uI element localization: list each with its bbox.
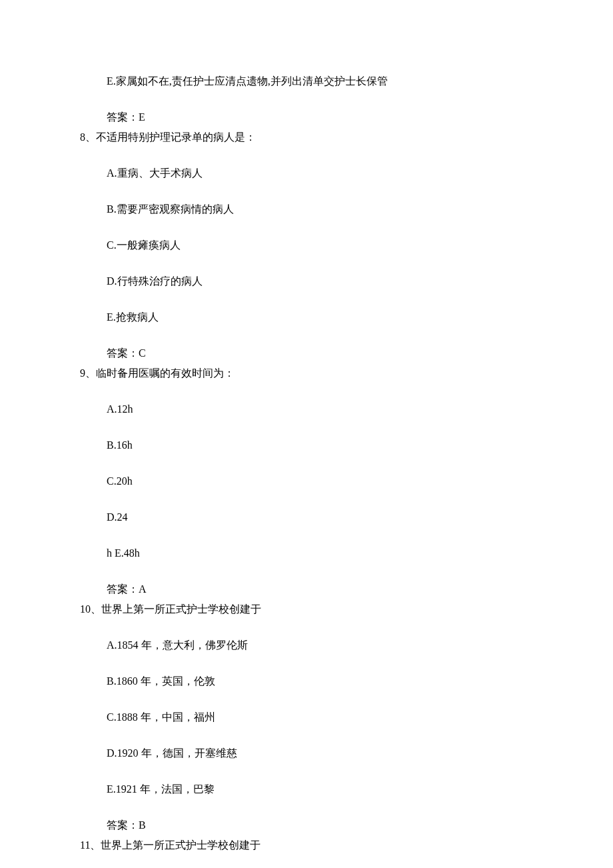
q8-option-c: C.一般瘫痪病人 — [107, 237, 533, 253]
q7-option-e: E.家属如不在,责任护士应清点遗物,并列出清单交护士长保管 — [107, 73, 533, 89]
q11-stem: 11、世界上第一所正式护士学校创建于 — [80, 837, 533, 853]
q10-stem: 10、世界上第一所正式护士学校创建于 — [80, 601, 533, 617]
q8-option-a: A.重病、大手术病人 — [107, 165, 533, 181]
q10-option-d: D.1920 年，德国，开塞维慈 — [107, 745, 533, 761]
q9-option-d: D.24 — [107, 509, 533, 525]
q9-answer: 答案：A — [107, 581, 533, 597]
q8-option-d: D.行特殊治疗的病人 — [107, 273, 533, 289]
q9-option-a: A.12h — [107, 401, 533, 417]
q9-option-e: h E.48h — [107, 545, 533, 561]
q10-answer: 答案：B — [107, 817, 533, 833]
q8-answer: 答案：C — [107, 345, 533, 361]
q10-option-e: E.1921 年，法国，巴黎 — [107, 781, 533, 797]
q8-stem: 8、不适用特别护理记录单的病人是： — [80, 129, 533, 145]
q8-option-e: E.抢救病人 — [107, 309, 533, 325]
q9-stem: 9、临时备用医嘱的有效时间为： — [80, 365, 533, 381]
q10-option-c: C.1888 年，中国，福州 — [107, 709, 533, 725]
q7-answer: 答案：E — [107, 109, 533, 125]
q8-option-b: B.需要严密观察病情的病人 — [107, 201, 533, 217]
q10-option-a: A.1854 年，意大利，佛罗伦斯 — [107, 637, 533, 653]
q10-option-b: B.1860 年，英国，伦敦 — [107, 673, 533, 689]
q9-option-c: C.20h — [107, 473, 533, 489]
q9-option-b: B.16h — [107, 437, 533, 453]
document-page: E.家属如不在,责任护士应清点遗物,并列出清单交护士长保管 答案：E 8、不适用… — [0, 0, 613, 868]
